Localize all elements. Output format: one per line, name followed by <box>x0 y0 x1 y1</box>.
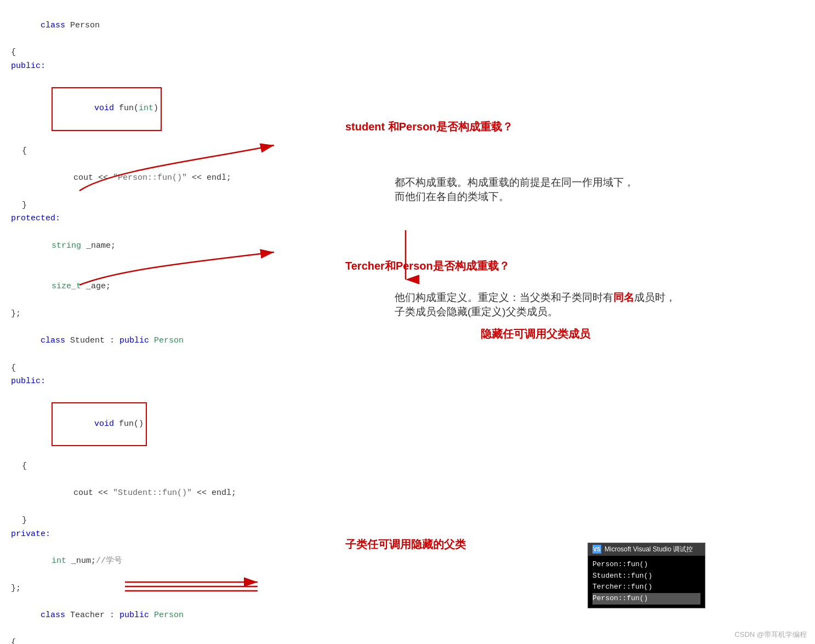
line-fun-student: void fun() <box>11 389 329 460</box>
teacher-question-label: Tercher和Person是否构成重载？ <box>345 259 510 273</box>
terminal-body: Person::fun() Student::fun() Tercher::fu… <box>588 556 705 608</box>
line-brace4: { <box>11 460 329 474</box>
answer-block: 都不构成重载。构成重载的前提是在同一作用域下， 而他们在各自的类域下。 <box>395 175 634 204</box>
line-size-age: size_t _age; <box>11 266 329 307</box>
line-brace1: { <box>11 46 329 60</box>
line-class-teacher: class Teacher : public Person <box>11 595 329 636</box>
line-brace3: { <box>11 362 329 375</box>
line-brace2: { <box>11 145 329 158</box>
line-protected: protected: <box>11 212 329 226</box>
watermark: CSDN @带耳机学编程 <box>734 630 807 640</box>
highlight-fun-int: void fun(int) <box>52 87 162 131</box>
terminal-line-3: Tercher::fun() <box>592 583 652 591</box>
line-public2: public: <box>11 375 329 389</box>
highlight-fun-student: void fun() <box>52 402 147 446</box>
code-section: class Person { public: void fun(int) { c… <box>0 0 340 644</box>
line-semi1: }; <box>11 307 329 321</box>
line-close-brace2: } <box>11 199 329 213</box>
redefine-block: 他们构成重定义。重定义：当父类和子类同时有同名成员时， 子类成员会隐藏(重定义)… <box>395 290 676 341</box>
terminal-line-2: Student::fun() <box>592 572 652 580</box>
line-close-brace4: } <box>11 514 329 528</box>
annotation-section: student 和Person是否构成重载？ 都不构成重载。构成重载的前提是在同… <box>340 0 815 644</box>
subclass-note-label: 子类任可调用隐藏的父类 <box>345 537 466 552</box>
vs-icon: VS <box>592 545 601 554</box>
main-container: class Person { public: void fun(int) { c… <box>0 0 815 644</box>
student-question-label: student 和Person是否构成重载？ <box>345 119 513 134</box>
line-class-student: class Student : public Person <box>11 321 329 361</box>
line-semi2: }; <box>11 582 329 596</box>
line-cout-person: cout << "Person::fun()" << endl; <box>11 158 329 198</box>
terminal-title: Microsoft Visual Studio 调试控 <box>605 545 693 554</box>
line-cout-student: cout << "Student::fun()" << endl; <box>11 474 329 514</box>
terminal-window: VS Microsoft Visual Studio 调试控 Person::f… <box>588 543 705 608</box>
terminal-line-4-highlighted: Person::fun() <box>592 593 700 605</box>
line-string-name: string _name; <box>11 226 329 266</box>
line-fun-int: void fun(int) <box>11 73 329 145</box>
line-class-person: class Person <box>11 5 329 46</box>
terminal-titlebar: VS Microsoft Visual Studio 调试控 <box>588 543 705 556</box>
line-brace5: { <box>11 636 329 645</box>
line-int-num: int _num;//学号 <box>11 541 329 582</box>
terminal-line-1: Person::fun() <box>592 560 648 568</box>
line-private1: private: <box>11 528 329 542</box>
line-public1: public: <box>11 60 329 73</box>
